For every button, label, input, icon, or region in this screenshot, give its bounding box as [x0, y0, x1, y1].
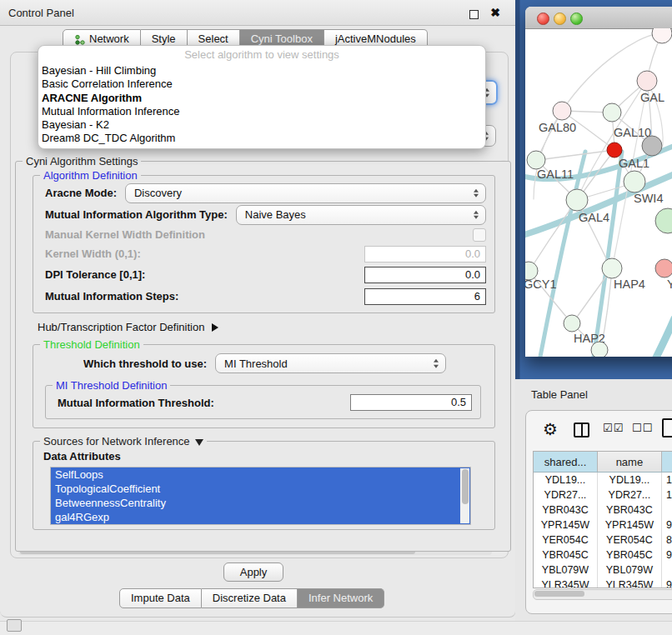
network-node-gal[interactable] [637, 71, 657, 91]
table-cell: YBR045C [597, 548, 661, 562]
column-header-a[interactable]: A [661, 452, 672, 472]
tab-discretize-data[interactable]: Discretize Data [202, 588, 298, 608]
network-edge[interactable] [530, 200, 577, 269]
node-label-gal10: GAL10 [614, 126, 651, 139]
attribute-selfloops[interactable]: SelfLoops [51, 468, 470, 482]
network-window-titlebar[interactable] [525, 7, 672, 29]
table-cell: YBR045C [534, 548, 597, 562]
network-node-gal4[interactable] [566, 189, 588, 211]
mi-steps-field[interactable]: 6 [364, 288, 486, 305]
network-window: GALGAL80GAL10GAL1GAL11SWI4GAL4GCY1HAP4YH… [525, 7, 672, 357]
table-cell: YER054C [597, 532, 661, 548]
kernel-width-field[interactable]: 0.0 [364, 246, 486, 262]
data-attributes-list[interactable]: SelfLoopsTopologicalCoefficientBetweenne… [50, 467, 471, 525]
table-row[interactable]: YER054CYER054C8. [534, 532, 672, 548]
algorithm-option-bayesian-hill-climbing[interactable]: Bayesian - Hill Climbing [38, 64, 485, 78]
which-threshold-select[interactable]: MI Threshold [215, 353, 446, 373]
algorithm-option-aracne-algorithm[interactable]: ARACNE Algorithm [38, 92, 485, 105]
network-node[interactable] [652, 28, 672, 43]
network-edge[interactable] [590, 152, 622, 357]
table-cell: 8. [661, 532, 672, 548]
node-label-gal80: GAL80 [539, 121, 576, 134]
dropdown-placeholder: Select algorithm to view settings [38, 46, 485, 64]
table-row[interactable]: YBR045CYBR045C9. [534, 548, 672, 562]
algorithm-options: Bayesian - Hill ClimbingBasic Correlatio… [38, 64, 485, 146]
manual-kernel-checkbox[interactable] [473, 228, 486, 242]
settings-gear-icon[interactable]: ⚙ [543, 419, 558, 439]
panel-toggle-icon[interactable] [7, 619, 22, 632]
network-node-gal10[interactable] [603, 103, 621, 122]
sources-title: Sources for Network Inference [40, 435, 207, 448]
network-node-gal11[interactable] [527, 151, 545, 169]
hub-definition-expander[interactable]: Hub/Transcription Factor Definition [38, 321, 504, 333]
deselect-all-icon[interactable]: ☐☐ [632, 422, 653, 434]
list-scrollbar-thumb[interactable] [462, 469, 469, 504]
minimize-traffic-light[interactable] [554, 12, 566, 25]
network-edge[interactable] [538, 150, 614, 160]
tab-infer-network[interactable]: Infer Network [298, 588, 384, 608]
apply-button[interactable]: Apply [223, 562, 283, 582]
float-window-icon[interactable] [469, 10, 479, 19]
table-horizontal-scrollbar-thumb[interactable] [534, 591, 584, 597]
close-icon[interactable]: ✖ [490, 6, 500, 19]
attribute-topologicalcoefficient[interactable]: TopologicalCoefficient [51, 482, 470, 496]
table-cell: 9. [661, 548, 672, 562]
network-canvas[interactable]: GALGAL80GAL10GAL1GAL11SWI4GAL4GCY1HAP4YH… [525, 28, 672, 357]
table-row[interactable]: YLR345WYLR345W9. [534, 578, 672, 588]
algorithm-dropdown: Select algorithm to view settings Bayesi… [38, 45, 486, 149]
which-threshold-label: Which threshold to use: [83, 358, 207, 370]
network-node-gal1[interactable] [607, 142, 622, 158]
node-label-gal11: GAL11 [537, 168, 574, 181]
network-node[interactable] [655, 208, 672, 233]
column-header-shared[interactable]: shared... [534, 452, 597, 472]
table-cell: 13 [661, 472, 672, 488]
mi-threshold-definition-group: MI Threshold Definition Mutual Informati… [45, 379, 481, 419]
mi-threshold-field[interactable]: 0.5 [350, 394, 472, 411]
attribute-betweennesscentrality[interactable]: BetweennessCentrality [51, 496, 470, 510]
table-row[interactable]: YBR043CYBR043C [534, 502, 672, 518]
algorithm-option-mutual-information-inference[interactable]: Mutual Information Inference [38, 105, 485, 118]
manual-kernel-label: Manual Kernel Width Definition [45, 228, 205, 241]
algorithm-option-dream8-dc-tdc-algorithm[interactable]: Dream8 DC_TDC Algorithm [38, 132, 485, 145]
collapse-arrow-icon[interactable] [195, 439, 203, 446]
control-panel-titlebar: Control Panel ✖ [0, 0, 515, 26]
select-all-icon[interactable]: ☑☑ [603, 422, 624, 434]
bottom-tabs: Impute DataDiscretize DataInfer Network [119, 588, 384, 608]
node-label-gal: GAL [640, 91, 664, 104]
tab-impute-data[interactable]: Impute Data [119, 588, 202, 608]
network-node-y[interactable] [655, 259, 672, 278]
table-cell: 9. [661, 578, 672, 588]
table-row[interactable]: YBL079WYBL079W [534, 562, 672, 578]
network-node-gal80[interactable] [553, 102, 571, 120]
aracne-mode-select[interactable]: Discovery [125, 183, 486, 203]
table-cell: 9. [661, 518, 672, 532]
network-node-hap2[interactable] [564, 315, 580, 332]
node-table[interactable]: shared...nameA YDL19...YDL19...13YDR27..… [533, 451, 672, 588]
table-cell: YDR27... [597, 488, 661, 502]
algorithm-option-basic-correlation-inference[interactable]: Basic Correlation Inference [38, 78, 485, 91]
table-cell: YPR145W [534, 518, 597, 532]
network-edge[interactable] [639, 318, 672, 357]
column-header-name[interactable]: name [597, 452, 661, 472]
network-node[interactable] [591, 342, 608, 357]
new-table-document-icon[interactable] [662, 418, 672, 438]
mi-algorithm-type-select[interactable]: Naive Bayes [236, 205, 486, 225]
threshold-definition-group: Threshold Definition Which threshold to … [33, 338, 495, 428]
table-cell: 12 [661, 488, 672, 502]
tab-discretize-data-label: Discretize Data [213, 589, 286, 608]
zoom-traffic-light[interactable] [570, 12, 583, 25]
algorithm-definition-group: Algorithm Definition Aracne Mode: Discov… [33, 169, 495, 313]
algorithm-option-bayesian-k2[interactable]: Bayesian - K2 [38, 118, 485, 132]
network-node[interactable] [642, 136, 662, 156]
attribute-gal4rgexp[interactable]: gal4RGexp [51, 510, 470, 524]
column-layout-icon[interactable] [574, 422, 589, 438]
table-row[interactable]: YPR145WYPR145W9. [534, 518, 672, 532]
sources-group: Sources for Network Inference Data Attri… [33, 435, 495, 530]
network-node-swi4[interactable] [624, 171, 645, 192]
close-traffic-light[interactable] [537, 12, 549, 25]
network-node-hap4[interactable] [602, 258, 622, 278]
mi-algorithm-type-row: Mutual Information Algorithm Type: Naive… [45, 204, 486, 225]
dpi-tolerance-field[interactable]: 0.0 [364, 267, 486, 283]
table-row[interactable]: YDR27...YDR27...12 [534, 488, 672, 502]
table-row[interactable]: YDL19...YDL19...13 [534, 472, 672, 488]
